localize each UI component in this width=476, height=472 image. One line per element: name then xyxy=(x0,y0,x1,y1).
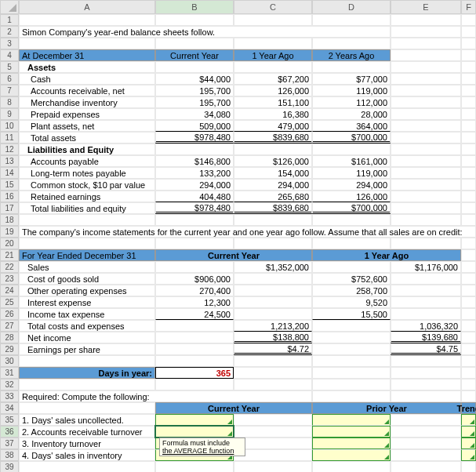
cell[interactable] xyxy=(391,426,461,438)
is-row[interactable]: Earnings per share xyxy=(19,343,155,355)
cell[interactable] xyxy=(155,143,234,155)
le-row[interactable]: Accounts payable xyxy=(19,155,155,167)
is-row[interactable]: Interest expense xyxy=(19,296,155,308)
cell[interactable] xyxy=(391,26,461,38)
cell[interactable] xyxy=(391,461,461,472)
col-B[interactable]: B xyxy=(155,0,234,14)
bs-val[interactable]: 151,100 xyxy=(234,96,312,108)
cell[interactable] xyxy=(234,14,312,26)
bs-val[interactable]: $77,000 xyxy=(312,73,391,85)
cell[interactable] xyxy=(461,73,476,85)
cell[interactable] xyxy=(461,167,476,179)
cell[interactable] xyxy=(234,438,312,449)
is-val[interactable]: $752,600 xyxy=(312,273,391,285)
is-h1[interactable]: Current Year xyxy=(155,249,312,261)
cell[interactable] xyxy=(234,379,312,390)
cell[interactable] xyxy=(391,61,461,73)
row-6[interactable]: 6 xyxy=(0,73,19,85)
row-2[interactable]: 2 xyxy=(0,26,19,38)
cell[interactable] xyxy=(391,379,461,390)
cell[interactable] xyxy=(391,14,461,26)
row-26[interactable]: 26 xyxy=(0,308,19,320)
cell[interactable] xyxy=(234,426,312,438)
row-39[interactable]: 39 xyxy=(0,461,19,472)
cell[interactable] xyxy=(461,355,476,367)
is-val[interactable] xyxy=(312,343,391,355)
bs-val[interactable]: 28,000 xyxy=(312,108,391,120)
row-9[interactable]: 9 xyxy=(0,108,19,120)
le-val[interactable]: 133,200 xyxy=(155,167,234,179)
is-val[interactable] xyxy=(312,261,391,273)
cell[interactable] xyxy=(461,85,476,96)
is-val[interactable]: $4.75 xyxy=(391,343,461,355)
req-input[interactable] xyxy=(461,414,476,426)
le-h[interactable]: Liabilities and Equity xyxy=(19,143,155,155)
cell[interactable] xyxy=(461,49,476,61)
cell[interactable] xyxy=(461,108,476,120)
cell[interactable] xyxy=(312,379,391,390)
row-20[interactable]: 20 xyxy=(0,238,19,249)
row-21[interactable]: 21 xyxy=(0,249,19,261)
bs-h3[interactable]: 2 Years Ago xyxy=(312,49,391,61)
cell[interactable] xyxy=(391,355,461,367)
le-val[interactable]: 294,000 xyxy=(312,179,391,191)
row-28[interactable]: 28 xyxy=(0,332,19,343)
cell[interactable] xyxy=(234,61,312,73)
row-30[interactable]: 30 xyxy=(0,355,19,367)
bs-row[interactable]: Prepaid expenses xyxy=(19,108,155,120)
bs-val[interactable]: 364,000 xyxy=(312,120,391,132)
cell[interactable] xyxy=(19,402,155,414)
row-12[interactable]: 12 xyxy=(0,143,19,155)
cell[interactable] xyxy=(19,379,155,390)
row-23[interactable]: 23 xyxy=(0,273,19,285)
bs-val[interactable]: $44,000 xyxy=(155,73,234,85)
is-val[interactable]: 258,700 xyxy=(312,285,391,296)
is-row[interactable]: Sales xyxy=(19,261,155,273)
row-35[interactable]: 35 xyxy=(0,414,19,426)
cell[interactable] xyxy=(391,202,461,214)
le-val[interactable]: 294,000 xyxy=(234,179,312,191)
is-intro[interactable]: The company's income statements for the … xyxy=(19,226,476,238)
req-input[interactable] xyxy=(461,449,476,461)
cell[interactable] xyxy=(155,355,234,367)
req-input[interactable] xyxy=(461,426,476,438)
bs-val[interactable]: 34,080 xyxy=(155,108,234,120)
is-row[interactable]: Net income xyxy=(19,332,155,343)
bs-row[interactable]: Total assets xyxy=(19,132,155,143)
col-D[interactable]: D xyxy=(312,0,391,14)
is-val[interactable]: $139,680 xyxy=(391,332,461,343)
cell[interactable] xyxy=(234,461,312,472)
bs-val[interactable]: 195,700 xyxy=(155,85,234,96)
le-val[interactable]: $146,800 xyxy=(155,155,234,167)
is-val[interactable] xyxy=(155,332,234,343)
cell[interactable] xyxy=(461,179,476,191)
cell[interactable] xyxy=(312,38,391,49)
req-h1[interactable]: Current Year xyxy=(155,402,312,414)
cell[interactable] xyxy=(234,367,312,379)
row-7[interactable]: 7 xyxy=(0,85,19,96)
le-val[interactable]: $700,000 xyxy=(312,202,391,214)
cell[interactable] xyxy=(155,379,234,390)
bs-val[interactable]: 16,380 xyxy=(234,108,312,120)
cell[interactable] xyxy=(391,414,461,426)
is-row[interactable]: Income tax expense xyxy=(19,308,155,320)
cell[interactable] xyxy=(155,38,234,49)
row-33[interactable]: 33 xyxy=(0,390,19,402)
is-val[interactable]: $138,800 xyxy=(234,332,312,343)
cell[interactable] xyxy=(391,85,461,96)
bs-val[interactable]: 126,000 xyxy=(234,85,312,96)
cell[interactable] xyxy=(461,273,476,285)
col-C[interactable]: C xyxy=(234,0,312,14)
cell[interactable] xyxy=(461,202,476,214)
cell[interactable] xyxy=(391,49,461,61)
cell[interactable] xyxy=(19,355,155,367)
cell[interactable] xyxy=(312,61,391,73)
cell[interactable] xyxy=(234,414,312,426)
is-val[interactable] xyxy=(312,332,391,343)
cell[interactable] xyxy=(19,38,155,49)
cell[interactable] xyxy=(461,143,476,155)
cell[interactable] xyxy=(461,214,476,226)
row-19[interactable]: 19 xyxy=(0,226,19,238)
cell[interactable] xyxy=(312,461,391,472)
req-input[interactable] xyxy=(461,438,476,449)
